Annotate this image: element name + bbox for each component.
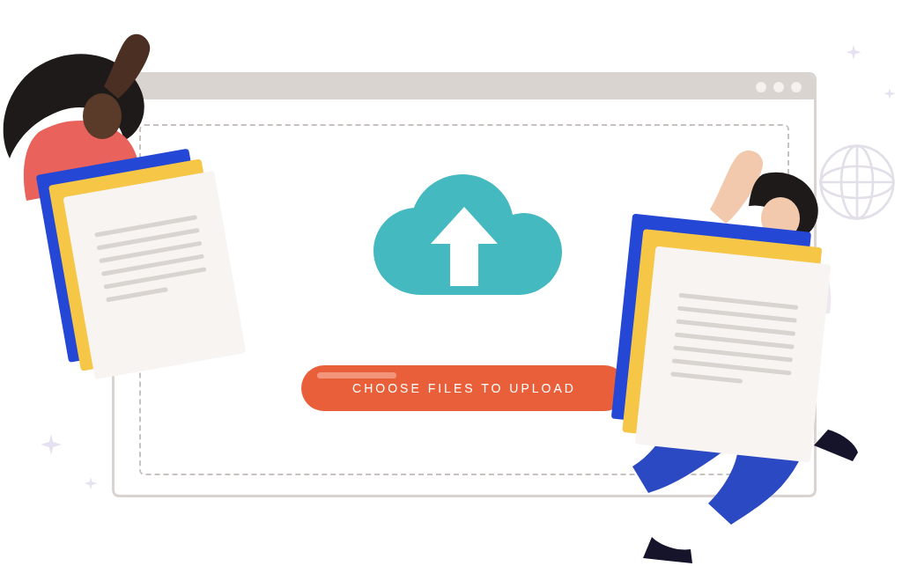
document-stack-icon: [609, 214, 834, 463]
globe-icon: [817, 143, 897, 225]
window-control-dot-icon: [756, 82, 766, 92]
sparkle-icon: [35, 431, 67, 467]
window-control-dot-icon: [791, 82, 802, 92]
document-stack-icon: [36, 144, 247, 383]
sparkle-icon: [839, 42, 869, 76]
choose-files-button[interactable]: CHOOSE FILES TO UPLOAD: [301, 365, 627, 411]
sparkle-icon: [881, 86, 898, 107]
cloud-upload-icon: [363, 172, 566, 316]
window-control-dot-icon: [773, 82, 784, 92]
sparkle-icon: [81, 475, 100, 498]
window-title-bar: [115, 75, 814, 99]
